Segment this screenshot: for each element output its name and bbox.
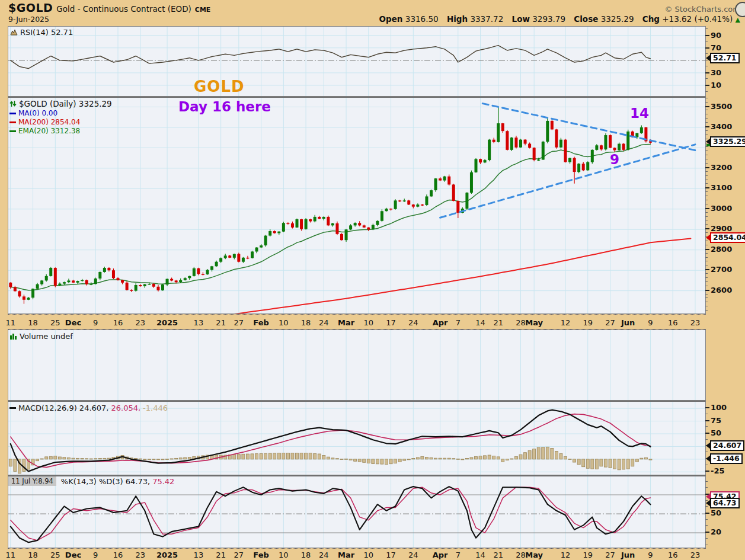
x-axis-label: 18 [28,318,38,327]
stoch-plot[interactable] [8,476,705,548]
volume-plot[interactable] [8,330,705,400]
x-axis-label: 21 [493,318,503,327]
x-axis-label: 10 [364,551,374,559]
x-axis-label: 19 [583,551,593,559]
axis-label: 90 [711,30,721,39]
instrument-title: $GOLDGold - Continuous Contract (EOD)CME [8,1,210,14]
x-axis-label: 28 [516,551,526,559]
price-label-box: 52.71 [710,53,740,63]
rsi-plot[interactable] [8,27,705,96]
chg-label: Chg [642,14,660,24]
axis-minor-tick [705,257,708,258]
axis-tick [705,228,709,229]
x-axis-strip-top: 111825Dec916232025132127Feb101824Mar1017… [8,314,706,329]
x-axis-label: 16 [113,318,123,327]
x-axis-label: 24 [319,551,329,559]
macd-main-label: MACD(12,26,9) 24.607, [18,404,108,412]
axis-tick [705,47,709,49]
axis-tick [705,433,709,434]
axis-minor-tick [705,183,708,184]
axis-minor-tick [705,232,708,233]
x-axis-label: Jun [621,551,635,559]
x-axis-label: 24 [319,318,329,327]
x-axis-label: 10 [279,551,289,559]
x-axis-label: 12 [561,318,571,327]
axis-tick [705,35,709,36]
x-axis-label: 14 [475,318,485,327]
low-label: Low [512,14,530,24]
axis-minor-tick [705,130,708,131]
stoch-legend: 11 Jul Y:8.94 %K(14,3) %D(3) 64.73, 75.4… [8,476,174,486]
x-axis-label: 27 [605,551,615,559]
ma0-line-swatch [9,113,16,114]
ma0-legend: MA(0) 0.00 [9,109,57,117]
x-axis-label: 25 [50,318,60,327]
axis-tick [705,407,709,408]
axis-minor-tick [705,452,708,452]
x-axis-label: 24 [408,318,418,327]
axis-tick [705,72,709,73]
x-axis-label: 9 [93,318,98,327]
axis-tick [705,126,709,127]
x-axis-label: 7 [456,551,461,559]
axis-minor-tick [705,245,708,245]
axis-tick [705,269,709,270]
x-axis-label: 21 [493,551,503,559]
x-axis-label: 16 [668,551,678,559]
x-axis-label: 21 [216,318,226,327]
axis-label: 10 [711,80,721,89]
x-axis-label: Dec [65,318,81,327]
price-label-box: 64.73 [710,498,740,508]
axis-minor-tick [705,98,708,98]
macd-hist-value: -1.446 [143,404,168,412]
x-axis-label: 16 [668,318,678,327]
x-axis-label: 23 [690,318,701,327]
price-plot[interactable] [8,98,705,313]
axis-label: 2700 [711,265,732,274]
axis-minor-tick [705,146,708,147]
instrument-name: Gold - Continuous Contract (EOD) [56,4,191,14]
axis-minor-tick [705,151,708,151]
axis-label: 2600 [711,285,732,294]
axis-minor-tick [705,261,708,261]
axis-minor-tick [705,159,708,159]
x-axis-label: 12 [561,551,571,559]
chart-date: 9-Jun-2025 [8,15,49,24]
axis-tick [705,85,709,86]
x-axis-label: 17 [386,551,396,559]
close-value: 3325.29 [601,14,634,24]
macd-signal-value: 26.054, [111,404,140,412]
x-axis-label: 24 [408,551,418,559]
axis-minor-tick [705,306,708,306]
axis-label: 3100 [711,183,732,192]
x-axis-label: May [525,318,543,327]
axis-tick [705,106,709,107]
axis-minor-tick [705,110,708,110]
price-label-box: 24.607 [710,440,744,451]
x-axis-label: 11 [6,551,16,559]
axis-minor-tick [705,212,708,213]
axis-minor-tick [705,28,708,29]
x-axis-label: 17 [386,318,396,327]
axis-tick [705,290,709,291]
axis-minor-tick [705,519,708,520]
price-label-box: -1.446 [710,453,743,464]
ma0-label: MA(0) 0.00 [18,109,57,117]
axis-label: 3500 [711,101,732,110]
x-axis-label: 9 [648,551,653,559]
axis-tick [705,513,709,514]
copyright: © StockCharts.com [664,5,740,14]
macd-plot[interactable] [8,402,705,475]
updown-arrows-icon [9,100,17,107]
axis-minor-tick [705,171,708,172]
x-axis-label: 27 [605,318,615,327]
annotation-gold: GOLD [194,78,245,95]
exchange: CME [195,6,211,14]
axis-minor-tick [705,253,708,254]
ma200-line-swatch [9,121,16,123]
axis-label: 3400 [711,121,732,130]
symbol: $GOLD [8,1,53,14]
axis-label: 30 [711,68,721,76]
axis-minor-tick [705,277,708,278]
x-axis-label: 23 [135,318,145,327]
